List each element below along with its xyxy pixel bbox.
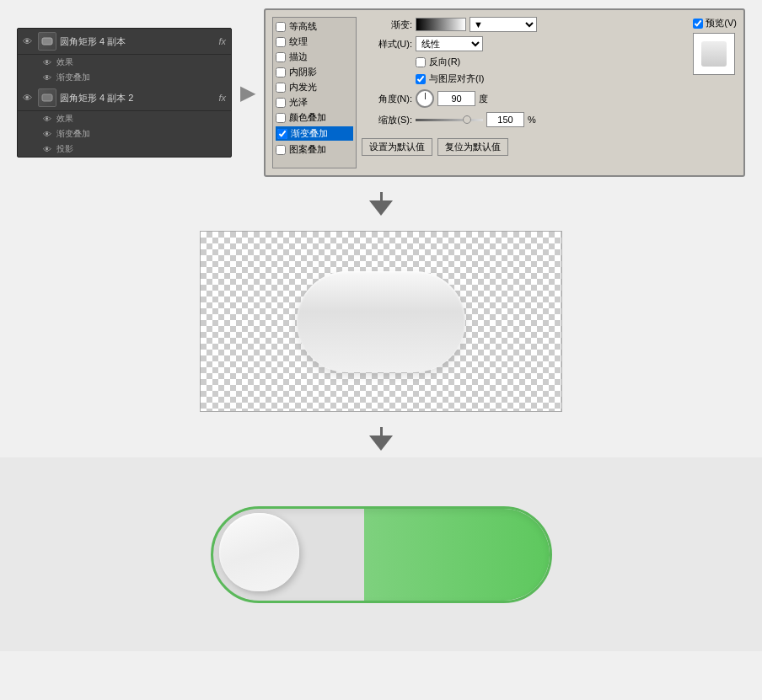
effect-label-1a: 效果 <box>56 56 73 68</box>
jianbian-label: 渐变: <box>362 19 412 31</box>
label-wenli: 纹理 <box>289 35 308 48</box>
checklist-guangze[interactable]: 光泽 <box>276 96 353 109</box>
jiaodu-label: 角度(N): <box>362 93 412 105</box>
yangshi-row: 样式(U): 线性 <box>362 36 537 51</box>
layer-thumb-2 <box>38 88 56 107</box>
checklist-yansedieja[interactable]: 颜色叠加 <box>276 111 353 124</box>
angle-line <box>425 93 426 99</box>
fanxiang-label: 反向(R) <box>429 56 460 68</box>
checklist-denggaoxian[interactable]: 等高线 <box>276 20 353 33</box>
fx-icon-1: fx <box>218 36 226 46</box>
checklist-neiying[interactable]: 内阴影 <box>276 66 353 78</box>
sub-effect-2c: 👁 投影 <box>18 142 231 157</box>
sub-effect-2b: 👁 渐变叠加 <box>18 126 231 142</box>
angle-dial[interactable] <box>416 89 434 108</box>
preview-box <box>693 33 735 75</box>
fanxiang-row: 反向(R) <box>362 56 537 68</box>
cb-wenli[interactable] <box>276 37 286 47</box>
eye-sub-1a[interactable]: 👁 <box>43 58 53 67</box>
layer-item-1[interactable]: 👁 圆角矩形 4 副本 fx <box>18 29 231 55</box>
svg-rect-0 <box>42 38 52 45</box>
layers-panel: 👁 圆角矩形 4 副本 fx 👁 效果 👁 渐变叠加 👁 <box>17 28 232 158</box>
cb-guangze[interactable] <box>276 98 286 108</box>
style-dialog: 等高线 纹理 描边 内阴影 内发光 光泽 颜色叠加 <box>264 8 745 177</box>
style-controls: 渐变: ▼ 样式(U): 线性 <box>362 17 537 131</box>
effect-label-2a: 效果 <box>56 113 73 125</box>
section-result <box>0 457 762 651</box>
preview-inner <box>701 41 727 67</box>
toggle-wrapper[interactable] <box>211 506 552 603</box>
arrow-head-1 <box>369 200 393 216</box>
eye-icon-1[interactable]: 👁 <box>23 36 35 46</box>
cb-miaobiyan[interactable] <box>276 52 286 62</box>
checklist-miaobiyan[interactable]: 描边 <box>276 51 353 63</box>
arrow-down-1 <box>369 192 393 216</box>
yangshi-label: 样式(U): <box>362 38 412 51</box>
checklist-jianbiandieja[interactable]: 渐变叠加 <box>276 126 353 141</box>
cb-yanse[interactable] <box>276 113 286 123</box>
jiaodu-unit: 度 <box>479 93 488 105</box>
layer-name-1: 圆角矩形 4 副本 <box>60 35 215 48</box>
arrow-stem-1 <box>380 192 383 200</box>
label-guangze: 光泽 <box>289 96 308 109</box>
suofang-row: 缩放(S): % <box>362 112 537 127</box>
eye-sub-1b[interactable]: 👁 <box>43 73 53 83</box>
top-right-area: 预览(V) <box>693 17 737 131</box>
cb-yulan[interactable] <box>693 19 703 29</box>
eye-icon-2[interactable]: 👁 <box>23 93 35 103</box>
suofang-unit: % <box>528 115 536 125</box>
svg-rect-1 <box>42 94 52 101</box>
layer-item-2[interactable]: 👁 圆角矩形 4 副本 2 fx <box>18 85 231 111</box>
sub-effect-1b: 👁 渐变叠加 <box>18 70 231 85</box>
arrow-right: ▶ <box>240 81 255 104</box>
cb-fanxiang[interactable] <box>416 57 426 67</box>
label-denggaoxian: 等高线 <box>289 20 317 33</box>
scale-thumb[interactable] <box>463 115 471 124</box>
eye-sub-2a[interactable]: 👁 <box>43 115 53 124</box>
gradient-row: 渐变: ▼ <box>362 17 537 32</box>
yulan-row: 预览(V) <box>693 17 737 29</box>
section-canvas <box>0 222 762 420</box>
suofang-input[interactable] <box>486 112 524 127</box>
style-settings: 渐变: ▼ 样式(U): 线性 <box>362 17 737 168</box>
fx-icon-2: fx <box>218 93 226 103</box>
yangshi-select[interactable]: 线性 <box>416 36 483 51</box>
yutuiceng-row: 与图层对齐(I) <box>362 72 537 85</box>
checklist-neifaguang[interactable]: 内发光 <box>276 81 353 94</box>
effect-label-1b: 渐变叠加 <box>56 72 90 83</box>
cb-neifaguang[interactable] <box>276 83 286 93</box>
effect-label-2b: 渐变叠加 <box>56 128 90 140</box>
suofang-label: 缩放(S): <box>362 114 412 126</box>
sub-effect-1a: 👁 效果 <box>18 55 231 70</box>
effect-label-2c: 投影 <box>56 143 73 155</box>
label-neiying: 内阴影 <box>289 66 317 78</box>
layer-thumb-1 <box>38 32 56 51</box>
pill-shape <box>297 271 465 372</box>
cb-denggaoxian[interactable] <box>276 22 286 32</box>
fuweimorenzhi-button[interactable]: 复位为默认值 <box>437 138 508 156</box>
label-yanse: 颜色叠加 <box>289 111 326 124</box>
cb-neiying[interactable] <box>276 67 286 77</box>
button-row: 设置为默认值 复位为默认值 <box>362 138 737 156</box>
label-jianbian: 渐变叠加 <box>291 127 328 140</box>
jiaodu-input[interactable] <box>437 91 475 106</box>
arrow-down-2 <box>369 427 393 451</box>
shezhimorenzhi-button[interactable]: 设置为默认值 <box>362 138 432 156</box>
checklist-tuandieja[interactable]: 图案叠加 <box>276 143 353 156</box>
gradient-preview[interactable] <box>416 18 466 31</box>
toggle-knob[interactable] <box>219 513 299 591</box>
cb-jianbian[interactable] <box>277 129 287 139</box>
eye-sub-2c[interactable]: 👁 <box>43 145 53 154</box>
label-neifaguang: 内发光 <box>289 81 317 94</box>
arrow-down-2-container <box>0 420 762 457</box>
scale-slider[interactable] <box>416 119 483 121</box>
jianbian-select[interactable]: ▼ <box>470 17 537 32</box>
cb-tuan[interactable] <box>276 145 286 155</box>
arrow-down-1-container <box>0 185 762 222</box>
eye-sub-2b[interactable]: 👁 <box>43 130 53 139</box>
jiaodu-row: 角度(N): 度 <box>362 89 537 108</box>
cb-yutuiceng[interactable] <box>416 74 426 84</box>
label-miaobiyan: 描边 <box>289 51 308 63</box>
checklist-wenli[interactable]: 纹理 <box>276 35 353 48</box>
section-top: 👁 圆角矩形 4 副本 fx 👁 效果 👁 渐变叠加 👁 <box>0 0 762 185</box>
